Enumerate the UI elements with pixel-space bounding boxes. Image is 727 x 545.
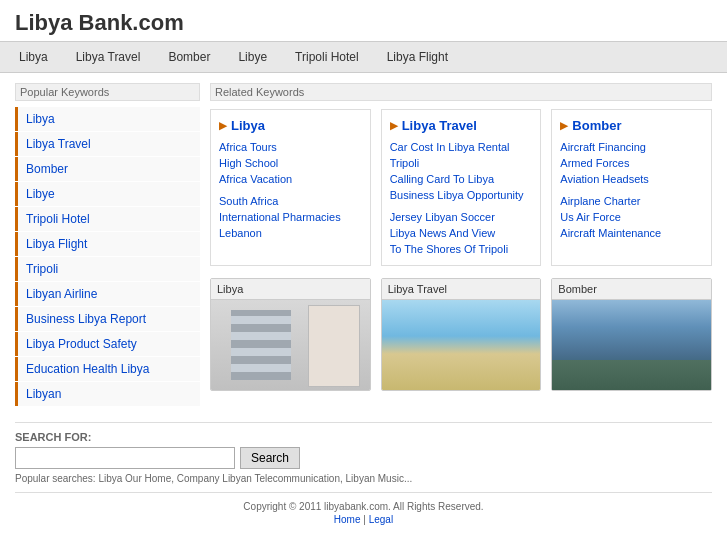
keyword-link[interactable]: Lebanon [219,227,262,239]
tab-bomber[interactable]: Bomber [164,48,214,66]
footer-links: Home | Legal [15,514,712,525]
keyword-link[interactable]: Libya News And View [390,227,496,239]
list-item: Business Libya Opportunity [390,187,533,203]
keyword-col-libya-travel: ▶Libya TravelCar Cost In Libya RentalTri… [381,109,542,266]
list-item: Aircraft Maintenance [560,225,703,241]
keyword-link[interactable]: Calling Card To Libya [390,173,494,185]
keyword-link[interactable]: Africa Tours [219,141,277,153]
keyword-col-header: ▶Libya Travel [390,118,533,133]
keyword-link[interactable]: Tripoli [390,157,420,169]
keyword-link[interactable]: Aviation Headsets [560,173,648,185]
keyword-link[interactable]: Airplane Charter [560,195,640,207]
keyword-list-group2: Airplane CharterUs Air ForceAircraft Mai… [560,193,703,241]
list-item: South Africa [219,193,362,209]
footer: Copyright © 2011 libyabank.com. All Righ… [15,492,712,533]
keyword-link[interactable]: Aircraft Financing [560,141,646,153]
list-item: International Pharmacies [219,209,362,225]
keyword-list-group1: Africa ToursHigh SchoolAfrica Vacation [219,139,362,187]
arrow-icon: ▶ [219,120,227,131]
image-card-bomber: Bomber [551,278,712,391]
sidebar-item-libya-flight[interactable]: Libya Flight [15,232,200,256]
list-item: To The Shores Of Tripoli [390,241,533,257]
keyword-link[interactable]: Car Cost In Libya Rental [390,141,510,153]
sidebar-item-tripoli[interactable]: Tripoli [15,257,200,281]
main-content: Popular Keywords LibyaLibya TravelBomber… [0,73,727,417]
tab-libya-flight[interactable]: Libya Flight [383,48,452,66]
keyword-list-group1: Aircraft FinancingArmed ForcesAviation H… [560,139,703,187]
search-row: Search [15,447,712,469]
keyword-link[interactable]: Business Libya Opportunity [390,189,524,201]
sidebar-item-libyan-airline[interactable]: Libyan Airline [15,282,200,306]
keyword-link[interactable]: Us Air Force [560,211,621,223]
footer-copyright: Copyright © 2011 libyabank.com. All Righ… [15,501,712,512]
keyword-list-group1: Car Cost In Libya RentalTripoliCalling C… [390,139,533,203]
keyword-link[interactable]: South Africa [219,195,278,207]
sidebar: Popular Keywords LibyaLibya TravelBomber… [15,83,200,407]
tab-libya[interactable]: Libya [15,48,52,66]
keyword-link[interactable]: Armed Forces [560,157,629,169]
keyword-link[interactable]: Jersey Libyan Soccer [390,211,495,223]
list-item: Libya News And View [390,225,533,241]
arrow-icon: ▶ [560,120,568,131]
keyword-link[interactable]: To The Shores Of Tripoli [390,243,508,255]
sidebar-item-tripoli-hotel[interactable]: Tripoli Hotel [15,207,200,231]
sidebar-item-education-health-libya[interactable]: Education Health Libya [15,357,200,381]
site-header: Libya Bank.com [0,0,727,41]
search-label: SEARCH FOR: [15,431,712,443]
image-columns: LibyaLibya TravelBomber [210,278,712,391]
search-button[interactable]: Search [240,447,300,469]
image-card-label: Libya [211,279,370,300]
sidebar-item-libye[interactable]: Libye [15,182,200,206]
list-item: Armed Forces [560,155,703,171]
popular-searches: Popular searches: Libya Our Home, Compan… [15,473,712,484]
content-area: Related Keywords ▶LibyaAfrica ToursHigh … [210,83,712,407]
image-placeholder-travel [382,300,541,390]
tab-bar: LibyaLibya TravelBomberLibyeTripoli Hote… [0,41,727,73]
keyword-col-title: Bomber [572,118,621,133]
keyword-link[interactable]: High School [219,157,278,169]
sidebar-item-libya-product-safety[interactable]: Libya Product Safety [15,332,200,356]
image-card-libya-travel: Libya Travel [381,278,542,391]
keyword-col-libya: ▶LibyaAfrica ToursHigh SchoolAfrica Vaca… [210,109,371,266]
keyword-list-group2: South AfricaInternational PharmaciesLeba… [219,193,362,241]
footer-home-link[interactable]: Home [334,514,361,525]
site-title: Libya Bank.com [15,10,712,36]
sidebar-section-title: Popular Keywords [15,83,200,101]
keyword-link[interactable]: Africa Vacation [219,173,292,185]
sidebar-item-libyan[interactable]: Libyan [15,382,200,406]
list-item: Jersey Libyan Soccer [390,209,533,225]
tab-tripoli-hotel[interactable]: Tripoli Hotel [291,48,363,66]
list-item: Airplane Charter [560,193,703,209]
keyword-col-title: Libya Travel [402,118,477,133]
list-item: Calling Card To Libya [390,171,533,187]
tab-libye[interactable]: Libye [234,48,271,66]
image-placeholder-pharmacy [211,300,370,390]
search-input[interactable] [15,447,235,469]
keyword-col-header: ▶Bomber [560,118,703,133]
sidebar-item-business-libya-report[interactable]: Business Libya Report [15,307,200,331]
image-card-label: Bomber [552,279,711,300]
keyword-link[interactable]: International Pharmacies [219,211,341,223]
search-section: SEARCH FOR: Search Popular searches: Lib… [15,422,712,492]
sidebar-item-libya[interactable]: Libya [15,107,200,131]
arrow-icon: ▶ [390,120,398,131]
keyword-columns: ▶LibyaAfrica ToursHigh SchoolAfrica Vaca… [210,109,712,266]
list-item: Car Cost In Libya Rental [390,139,533,155]
keyword-link[interactable]: Aircraft Maintenance [560,227,661,239]
list-item: Africa Vacation [219,171,362,187]
list-item: Us Air Force [560,209,703,225]
related-section-title: Related Keywords [210,83,712,101]
keyword-col-bomber: ▶BomberAircraft FinancingArmed ForcesAvi… [551,109,712,266]
sidebar-item-bomber[interactable]: Bomber [15,157,200,181]
list-item: Aviation Headsets [560,171,703,187]
keyword-col-header: ▶Libya [219,118,362,133]
list-item: Aircraft Financing [560,139,703,155]
list-item: High School [219,155,362,171]
footer-legal-link[interactable]: Legal [369,514,393,525]
list-item: Lebanon [219,225,362,241]
image-card-label: Libya Travel [382,279,541,300]
sidebar-item-libya-travel[interactable]: Libya Travel [15,132,200,156]
image-card-libya: Libya [210,278,371,391]
tab-libya-travel[interactable]: Libya Travel [72,48,145,66]
image-placeholder-bomber [552,300,711,390]
